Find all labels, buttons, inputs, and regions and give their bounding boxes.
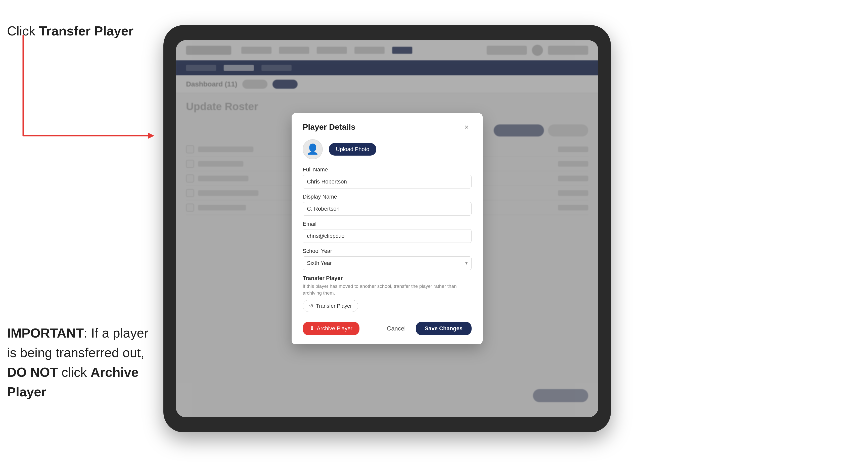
save-changes-button[interactable]: Save Changes: [416, 322, 472, 335]
do-not-label: DO NOT: [7, 365, 58, 379]
person-icon: 👤: [306, 143, 319, 155]
full-name-group: Full Name: [303, 166, 472, 188]
transfer-section: Transfer Player If this player has moved…: [303, 275, 472, 312]
school-year-label: School Year: [303, 248, 472, 254]
footer-left: ⬇ Archive Player: [303, 322, 360, 335]
instruction-prefix: Click: [7, 24, 39, 38]
player-details-modal: Player Details × 👤 Upload Photo Full Nam…: [291, 113, 483, 344]
email-group: Email: [303, 221, 472, 243]
modal-header: Player Details ×: [303, 122, 472, 132]
display-name-group: Display Name: [303, 193, 472, 216]
upload-photo-button[interactable]: Upload Photo: [329, 143, 376, 156]
email-label: Email: [303, 221, 472, 227]
tablet-device: Dashboard (11) Update Roster: [163, 25, 611, 432]
transfer-section-title: Transfer Player: [303, 275, 472, 281]
modal-footer: ⬇ Archive Player Cancel Save Changes: [303, 319, 472, 335]
archive-player-button[interactable]: ⬇ Archive Player: [303, 322, 360, 335]
full-name-label: Full Name: [303, 166, 472, 173]
important-label: IMPORTANT: [7, 326, 84, 340]
instruction-bottom: IMPORTANT: If a player is being transfer…: [7, 323, 155, 402]
modal-overlay: Player Details × 👤 Upload Photo Full Nam…: [176, 40, 598, 417]
tablet-screen: Dashboard (11) Update Roster: [176, 40, 598, 417]
svg-marker-2: [148, 133, 154, 139]
transfer-player-button[interactable]: ↺ Transfer Player: [303, 300, 358, 312]
cancel-button[interactable]: Cancel: [382, 322, 411, 335]
display-name-input[interactable]: [303, 202, 472, 216]
instruction-top: Click Transfer Player: [7, 23, 133, 40]
instruction-bold: Transfer Player: [39, 24, 133, 38]
modal-title: Player Details: [303, 122, 355, 132]
school-year-select[interactable]: First Year Second Year Third Year Fourth…: [303, 256, 472, 270]
footer-right: Cancel Save Changes: [382, 322, 472, 335]
transfer-description: If this player has moved to another scho…: [303, 283, 472, 296]
archive-btn-label: Archive Player: [317, 325, 352, 332]
archive-icon: ⬇: [310, 325, 314, 332]
annotation-arrow: [11, 35, 162, 146]
school-year-select-wrapper: First Year Second Year Third Year Fourth…: [303, 256, 472, 270]
transfer-btn-label: Transfer Player: [316, 303, 352, 309]
transfer-icon: ↺: [309, 303, 313, 309]
school-year-group: School Year First Year Second Year Third…: [303, 248, 472, 270]
display-name-label: Display Name: [303, 193, 472, 200]
modal-close-button[interactable]: ×: [462, 122, 472, 132]
full-name-input[interactable]: [303, 175, 472, 188]
photo-section: 👤 Upload Photo: [303, 139, 472, 159]
email-input[interactable]: [303, 229, 472, 243]
avatar-circle: 👤: [303, 139, 323, 159]
